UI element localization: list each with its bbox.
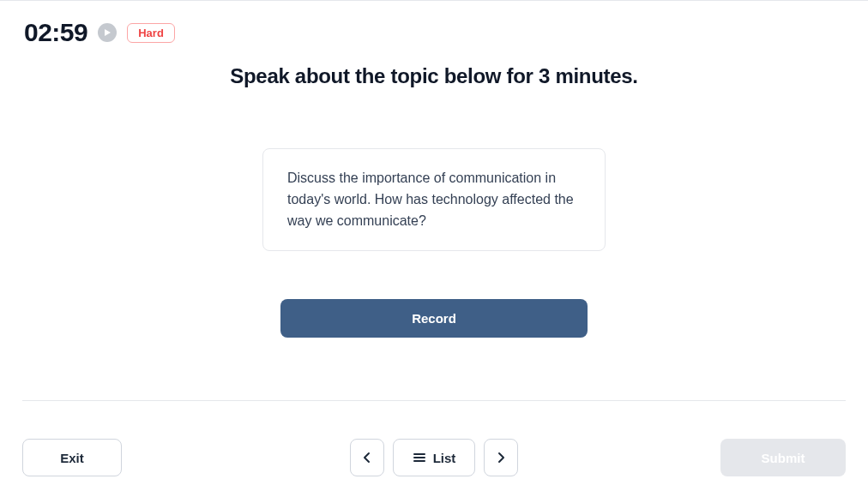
chevron-right-icon xyxy=(495,452,507,464)
instruction-heading: Speak about the topic below for 3 minute… xyxy=(0,64,868,88)
next-button[interactable] xyxy=(484,439,518,476)
header-bar: 02:59 Hard xyxy=(0,1,868,47)
list-button[interactable]: List xyxy=(393,439,475,476)
submit-button[interactable]: Submit xyxy=(720,439,846,476)
timer-display: 02:59 xyxy=(24,18,87,47)
exit-button[interactable]: Exit xyxy=(22,439,122,476)
prompt-card: Discuss the importance of communication … xyxy=(262,148,606,251)
pagination-controls: List xyxy=(350,439,518,476)
footer-bar: Exit List Submit xyxy=(22,400,846,476)
prev-button[interactable] xyxy=(350,439,384,476)
submit-label: Submit xyxy=(762,451,805,465)
list-icon xyxy=(413,452,426,464)
record-button[interactable]: Record xyxy=(280,299,588,338)
prompt-text: Discuss the importance of communication … xyxy=(287,171,574,228)
difficulty-badge: Hard xyxy=(127,23,175,43)
chevron-left-icon xyxy=(361,452,373,464)
list-label: List xyxy=(433,451,456,465)
play-button[interactable] xyxy=(98,23,117,42)
exit-label: Exit xyxy=(60,451,84,465)
play-icon xyxy=(103,28,112,37)
